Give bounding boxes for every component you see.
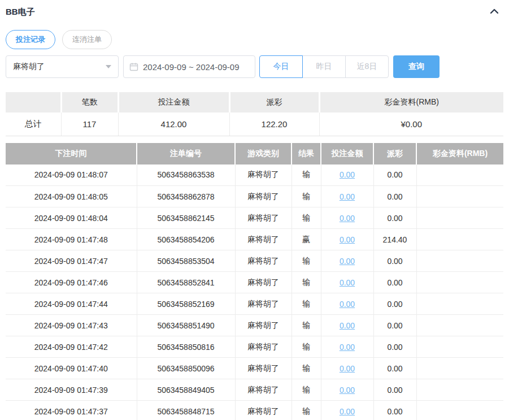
cell-result: 输	[292, 272, 321, 293]
summary-total-payout: 122.20	[229, 112, 319, 136]
cell-jackpot	[416, 379, 503, 401]
query-button[interactable]: 查询	[393, 55, 440, 78]
cell-jackpot	[416, 229, 503, 250]
cell-bet-time: 2024-09-09 01:47:37	[6, 401, 137, 420]
cell-result: 输	[292, 186, 321, 207]
col-result: 结果	[292, 143, 321, 164]
cell-order-no: 5063458863538	[137, 164, 235, 186]
summary-total-jackpot: ¥0.00	[319, 112, 503, 136]
cell-order-no: 5063458862878	[137, 186, 235, 207]
cell-payout: 0.00	[373, 401, 416, 420]
cell-bet-amount: 0.00	[321, 272, 373, 293]
caret-down-icon	[106, 65, 111, 68]
table-row: 2024-09-09 01:48:05 5063458862878 麻将胡了 输…	[6, 186, 503, 207]
last-8-days-button[interactable]: 近8日	[345, 55, 389, 78]
cell-order-no: 5063458849405	[137, 379, 235, 401]
col-bet-time: 下注时间	[6, 143, 137, 164]
col-order-no: 注单编号	[137, 143, 235, 164]
col-game-type: 游戏类别	[235, 143, 292, 164]
cell-bet-amount: 0.00	[321, 186, 373, 207]
cell-payout: 0.00	[373, 272, 416, 293]
cell-bet-time: 2024-09-09 01:47:46	[6, 272, 137, 293]
table-row: 2024-09-09 01:47:37 5063458848715 麻将胡了 输…	[6, 401, 503, 420]
cell-bet-time: 2024-09-09 01:47:44	[6, 293, 137, 315]
cell-result: 输	[292, 207, 321, 229]
tab-cancelled-orders[interactable]: 连消注单	[62, 30, 112, 49]
bet-amount-link[interactable]: 0.00	[340, 278, 355, 287]
cell-payout: 0.00	[373, 164, 416, 186]
bet-amount-link[interactable]: 0.00	[340, 300, 355, 309]
cell-jackpot	[416, 358, 503, 379]
bet-amount-link[interactable]: 0.00	[340, 214, 355, 223]
date-range-input[interactable]: 2024-09-09 ~ 2024-09-09	[123, 55, 255, 78]
cell-bet-time: 2024-09-09 01:47:47	[6, 250, 137, 272]
bet-amount-link[interactable]: 0.00	[340, 343, 355, 352]
cell-jackpot	[416, 401, 503, 420]
cell-order-no: 5063458853504	[137, 250, 235, 272]
cell-payout: 0.00	[373, 336, 416, 358]
cell-payout: 214.40	[373, 229, 416, 250]
cell-result: 输	[292, 336, 321, 358]
cell-bet-amount: 0.00	[321, 315, 373, 336]
cell-result: 赢	[292, 229, 321, 250]
cell-bet-amount: 0.00	[321, 336, 373, 358]
cell-game-type: 麻将胡了	[235, 336, 292, 358]
summary-col-jackpot: 彩金资料(RMB)	[319, 92, 503, 112]
game-select[interactable]: 麻将胡了	[6, 55, 119, 78]
bet-amount-link[interactable]: 0.00	[340, 321, 355, 330]
bet-table-body: 2024-09-09 01:48:07 5063458863538 麻将胡了 输…	[6, 164, 503, 420]
tab-bet-records[interactable]: 投注记录	[6, 30, 55, 49]
cell-result: 输	[292, 250, 321, 272]
table-row: 2024-09-09 01:47:47 5063458853504 麻将胡了 输…	[6, 250, 503, 272]
col-bet-amount: 投注金额	[321, 143, 373, 164]
bet-amount-link[interactable]: 0.00	[340, 192, 355, 201]
cell-game-type: 麻将胡了	[235, 358, 292, 379]
summary-total-label: 总计	[6, 112, 61, 136]
cell-order-no: 5063458852169	[137, 293, 235, 315]
cell-order-no: 5063458854206	[137, 229, 235, 250]
cell-game-type: 麻将胡了	[235, 315, 292, 336]
cell-bet-time: 2024-09-09 01:47:39	[6, 379, 137, 401]
cell-payout: 0.00	[373, 315, 416, 336]
cell-result: 输	[292, 401, 321, 420]
bet-amount-link[interactable]: 0.00	[340, 407, 355, 416]
cell-game-type: 麻将胡了	[235, 379, 292, 401]
cell-bet-amount: 0.00	[321, 379, 373, 401]
summary-table: 笔数 投注金额 派彩 彩金资料(RMB) 总计 117 412.00 122.2…	[6, 92, 503, 136]
cell-bet-amount: 0.00	[321, 229, 373, 250]
collapse-button[interactable]	[490, 7, 499, 17]
bet-amount-link[interactable]: 0.00	[340, 235, 355, 244]
cell-bet-time: 2024-09-09 01:47:42	[6, 336, 137, 358]
cell-game-type: 麻将胡了	[235, 164, 292, 186]
summary-total-bet-amount: 412.00	[118, 112, 229, 136]
cell-bet-time: 2024-09-09 01:47:48	[6, 229, 137, 250]
filter-bar: 麻将胡了 2024-09-09 ~ 2024-09-09 今日 昨日 近8日 查…	[6, 55, 503, 78]
cell-payout: 0.00	[373, 379, 416, 401]
cell-order-no: 5063458851490	[137, 315, 235, 336]
cell-bet-amount: 0.00	[321, 207, 373, 229]
bet-amount-link[interactable]: 0.00	[340, 364, 355, 373]
quick-date-group: 今日 昨日 近8日	[259, 55, 389, 78]
today-button[interactable]: 今日	[259, 55, 303, 78]
cell-game-type: 麻将胡了	[235, 229, 292, 250]
cell-bet-amount: 0.00	[321, 164, 373, 186]
table-row: 2024-09-09 01:47:39 5063458849405 麻将胡了 输…	[6, 379, 503, 401]
yesterday-button[interactable]: 昨日	[302, 55, 346, 78]
bet-amount-link[interactable]: 0.00	[340, 170, 355, 179]
cell-payout: 0.00	[373, 207, 416, 229]
bet-amount-link[interactable]: 0.00	[340, 386, 355, 395]
cell-order-no: 5063458848715	[137, 401, 235, 420]
cell-order-no: 5063458862145	[137, 207, 235, 229]
cell-bet-time: 2024-09-09 01:47:40	[6, 358, 137, 379]
cell-jackpot	[416, 315, 503, 336]
calendar-icon	[129, 62, 138, 71]
table-row: 2024-09-09 01:47:42 5063458850816 麻将胡了 输…	[6, 336, 503, 358]
table-row: 2024-09-09 01:47:44 5063458852169 麻将胡了 输…	[6, 293, 503, 315]
game-select-value: 麻将胡了	[13, 62, 106, 72]
cell-bet-time: 2024-09-09 01:48:04	[6, 207, 137, 229]
cell-bet-time: 2024-09-09 01:48:05	[6, 186, 137, 207]
bet-amount-link[interactable]: 0.00	[340, 257, 355, 266]
cell-result: 输	[292, 379, 321, 401]
cell-game-type: 麻将胡了	[235, 186, 292, 207]
cell-game-type: 麻将胡了	[235, 250, 292, 272]
